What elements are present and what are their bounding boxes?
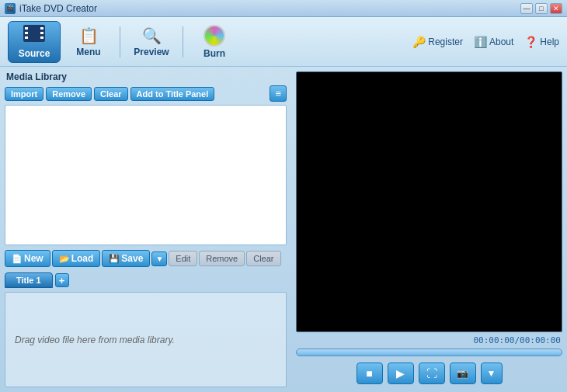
media-library-title: Media Library (5, 71, 287, 82)
app-icon: 🎬 (5, 3, 16, 14)
title1-tab[interactable]: Title 1 (5, 272, 53, 288)
tab-preview[interactable]: 🔍 Preview (125, 21, 178, 63)
register-button[interactable]: 🔑 Register (412, 36, 463, 48)
title-content-area: Drag video file here from media library. (5, 292, 287, 387)
fullscreen-button[interactable]: ⛶ (419, 363, 445, 384)
save-label: Save (121, 253, 143, 264)
main-content: Media Library Import Remove Clear Add to… (0, 67, 567, 392)
edit-button[interactable]: Edit (169, 251, 197, 266)
new-icon: 📄 (12, 254, 23, 264)
remove-title-button[interactable]: Remove (199, 251, 245, 266)
import-button[interactable]: Import (5, 87, 43, 101)
left-panel: Media Library Import Remove Clear Add to… (0, 67, 291, 392)
close-button[interactable]: ✕ (550, 3, 562, 14)
progress-bar[interactable] (296, 349, 562, 356)
save-arrow-button[interactable]: ▼ (151, 252, 167, 266)
drag-hint: Drag video file here from media library. (15, 335, 175, 345)
add-to-title-button[interactable]: Add to Title Panel (130, 87, 215, 101)
tabs-row: Title 1 + (5, 271, 287, 290)
playback-controls: ■ ▶ ⛶ 📷 ▼ (296, 359, 562, 387)
preview-icon: 🔍 (142, 26, 162, 45)
toolbar-separator (120, 26, 120, 57)
screenshot-button[interactable]: 📷 (450, 363, 476, 384)
preview-video (296, 71, 562, 332)
load-button[interactable]: 📂 Load (52, 250, 101, 267)
left-lower: 📄 New 📂 Load 💾 Save ▼ Edit Remove Clear (5, 248, 287, 387)
title-bar: 🎬 iTake DVD Creator — □ ✕ (0, 0, 567, 17)
remove-media-button[interactable]: Remove (46, 87, 92, 101)
about-label: About (489, 36, 513, 47)
media-library-toolbar: Import Remove Clear Add to Title Panel ≡ (5, 85, 287, 102)
action-bar: 📄 New 📂 Load 💾 Save ▼ Edit Remove Clear (5, 248, 287, 269)
help-button[interactable]: ❓ Help (524, 36, 559, 48)
title-bar-controls: — □ ✕ (520, 3, 562, 14)
help-label: Help (540, 36, 559, 47)
tab-menu[interactable]: 📋 Menu (62, 21, 115, 63)
save-icon: 💾 (109, 254, 120, 264)
new-button[interactable]: 📄 New (5, 250, 50, 267)
add-title-button[interactable]: + (55, 273, 69, 287)
list-view-button[interactable]: ≡ (270, 85, 287, 102)
about-button[interactable]: ℹ️ About (474, 36, 513, 48)
burn-label: Burn (203, 48, 225, 59)
tab-burn[interactable]: Burn (188, 21, 241, 63)
stop-button[interactable]: ■ (357, 363, 383, 384)
toolbar-right: 🔑 Register ℹ️ About ❓ Help (412, 36, 559, 48)
preview-dropdown-button[interactable]: ▼ (481, 363, 503, 384)
minimize-button[interactable]: — (520, 3, 533, 14)
screenshot-icon: 📷 (457, 368, 468, 379)
app-title: iTake DVD Creator (19, 3, 97, 14)
about-icon: ℹ️ (474, 36, 487, 48)
title-bar-left: 🎬 iTake DVD Creator (5, 3, 97, 14)
preview-label: Preview (134, 47, 169, 57)
toolbar-separator2 (183, 26, 183, 57)
burn-icon (203, 25, 225, 47)
maximize-button[interactable]: □ (535, 3, 548, 14)
right-panel: 00:00:00/00:00:00 ■ ▶ ⛶ 📷 ▼ (291, 67, 567, 392)
timecode: 00:00:00/00:00:00 (296, 335, 562, 345)
help-icon: ❓ (524, 36, 537, 48)
media-library-area (5, 105, 287, 245)
register-label: Register (428, 36, 463, 47)
menu-icon: 📋 (79, 26, 99, 45)
play-button[interactable]: ▶ (388, 363, 414, 384)
menu-label: Menu (76, 47, 100, 57)
tab-source[interactable]: Source (8, 21, 61, 63)
source-label: Source (19, 48, 50, 59)
clear-media-button[interactable]: Clear (94, 87, 128, 101)
register-icon: 🔑 (412, 36, 426, 48)
source-icon (23, 25, 45, 47)
save-button[interactable]: 💾 Save (102, 250, 150, 267)
load-icon: 📂 (59, 254, 70, 264)
toolbar: Source 📋 Menu 🔍 Preview Burn 🔑 Register … (0, 17, 567, 67)
clear-title-button[interactable]: Clear (246, 251, 280, 266)
load-label: Load (71, 253, 94, 264)
new-label: New (24, 253, 43, 264)
